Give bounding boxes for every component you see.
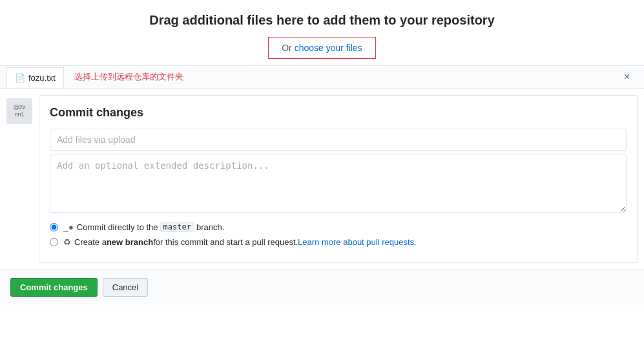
commit-description-input[interactable]: [50, 154, 627, 213]
branch-new-bold: new branch: [107, 237, 153, 247]
commit-panel-title: Commit changes: [50, 106, 627, 120]
branch-new-suffix: for this commit and start a pull request…: [153, 237, 298, 247]
branch-new-prefix: Create a: [74, 237, 107, 247]
avatar: @Zz nn1: [6, 98, 32, 124]
commit-summary-input[interactable]: [50, 129, 627, 151]
action-bar: Commit changes Cancel: [0, 270, 644, 304]
avatar-text: @Zz nn1: [13, 104, 25, 118]
drag-drop-area: Drag additional files here to add them t…: [0, 0, 644, 66]
cancel-button[interactable]: Cancel: [103, 278, 148, 297]
branch-direct-text: Commit directly to the: [77, 222, 158, 232]
commit-changes-button[interactable]: Commit changes: [10, 278, 98, 297]
branch-direct-radio[interactable]: [50, 223, 58, 231]
pull-requests-link[interactable]: Learn more about pull requests.: [298, 237, 417, 247]
tab-file-name: fozu.txt: [28, 73, 56, 83]
branch-new-radio[interactable]: [50, 238, 58, 246]
branch-badge: master: [160, 222, 194, 232]
tab-warning-text: 选择上传到远程仓库的文件夹: [67, 66, 616, 88]
choose-prefix: Or: [282, 43, 294, 53]
file-tab[interactable]: 📄 fozu.txt: [6, 67, 64, 88]
avatar-area: @Zz nn1: [6, 95, 39, 263]
branch-option-new: ♻ Create a new branch for this commit an…: [50, 237, 627, 247]
commit-panel: Commit changes ⎯● Commit directly to the…: [39, 95, 638, 263]
tab-bar: 📄 fozu.txt 选择上传到远程仓库的文件夹 ×: [0, 66, 644, 89]
pull-request-icon: ♻: [63, 237, 71, 247]
file-icon: 📄: [15, 73, 25, 83]
choose-files-container: Or choose your files: [268, 37, 376, 59]
branch-options: ⎯● Commit directly to the master branch.…: [50, 222, 627, 247]
drag-title: Drag additional files here to add them t…: [0, 13, 644, 28]
branch-option-direct: ⎯● Commit directly to the master branch.: [50, 222, 627, 232]
choose-files-link[interactable]: choose your files: [295, 43, 362, 53]
main-content: @Zz nn1 Commit changes ⎯● Commit directl…: [0, 89, 644, 270]
commit-icon: ⎯●: [63, 222, 74, 232]
tab-close-button[interactable]: ×: [616, 66, 638, 88]
branch-direct-suffix: branch.: [196, 222, 224, 232]
